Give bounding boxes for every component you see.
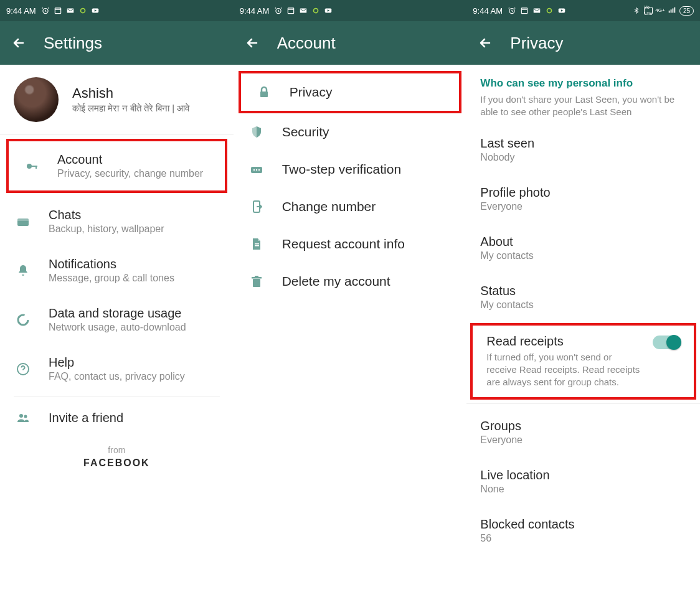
settings-item-chats[interactable]: Chats Backup, history, wallpaper bbox=[0, 197, 234, 246]
privacy-item-lastseen[interactable]: Last seen Nobody bbox=[466, 125, 700, 174]
account-item-delete[interactable]: Delete my account bbox=[234, 263, 467, 300]
help-icon bbox=[14, 362, 32, 377]
bell-icon bbox=[14, 263, 32, 278]
mail-icon bbox=[66, 6, 75, 15]
youtube-icon bbox=[91, 6, 100, 15]
pin-icon bbox=[247, 162, 266, 177]
item-description: If turned off, you won't send or receive… bbox=[486, 351, 643, 389]
account-item-twostep[interactable]: Two-step verification bbox=[234, 151, 467, 188]
privacy-item-about[interactable]: About My contacts bbox=[466, 223, 700, 273]
item-sub: Backup, history, wallpaper bbox=[49, 223, 164, 235]
bluetooth-icon bbox=[632, 6, 641, 15]
item-value: My contacts bbox=[480, 250, 686, 261]
facebook-label: FACEBOOK bbox=[0, 458, 234, 469]
privacy-panel: 9:44 AM VoLTE 4G+ 25 Privacy Who can see… bbox=[466, 0, 700, 615]
circle-icon bbox=[78, 6, 87, 15]
account-item-changenumber[interactable]: Change number bbox=[234, 188, 467, 225]
highlight-readreceipts: Read receipts If turned off, you won't s… bbox=[470, 323, 696, 400]
svg-point-5 bbox=[27, 164, 32, 169]
privacy-item-blocked[interactable]: Blocked contacts 56 bbox=[466, 506, 700, 555]
youtube-icon bbox=[557, 6, 566, 15]
svg-rect-32 bbox=[534, 9, 541, 13]
document-icon bbox=[247, 237, 266, 251]
battery-indicator: 25 bbox=[679, 6, 694, 16]
account-item-privacy[interactable]: Privacy bbox=[241, 73, 460, 111]
item-title: Account bbox=[57, 153, 203, 167]
privacy-item-readreceipts[interactable]: Read receipts If turned off, you won't s… bbox=[473, 326, 694, 398]
people-icon bbox=[14, 410, 32, 425]
settings-item-data[interactable]: Data and storage usage Network usage, au… bbox=[0, 295, 234, 344]
calendar-icon bbox=[54, 6, 62, 15]
alarm-icon bbox=[41, 6, 50, 15]
item-sub: Privacy, security, change number bbox=[57, 168, 203, 179]
avatar bbox=[14, 77, 59, 122]
svg-point-10 bbox=[18, 315, 28, 325]
settings-panel: 9:44 AM Settings Ashish कोई लमहा मेरा न … bbox=[0, 0, 234, 615]
account-item-request[interactable]: Request account info bbox=[234, 225, 467, 263]
svg-point-33 bbox=[547, 9, 552, 13]
item-value: Everyone bbox=[480, 434, 686, 446]
svg-point-21 bbox=[253, 169, 254, 171]
item-value: Nobody bbox=[480, 152, 686, 163]
page-title: Privacy bbox=[510, 34, 563, 53]
back-button[interactable] bbox=[11, 35, 26, 50]
settings-item-account[interactable]: Account Privacy, security, change number bbox=[9, 141, 225, 190]
alarm-icon bbox=[508, 6, 516, 15]
settings-item-invite[interactable]: Invite a friend bbox=[0, 399, 234, 436]
status-time: 9:44 AM bbox=[473, 6, 503, 16]
back-button[interactable] bbox=[478, 35, 493, 50]
shield-icon bbox=[247, 124, 266, 139]
svg-rect-35 bbox=[669, 11, 670, 13]
privacy-item-status[interactable]: Status My contacts bbox=[466, 273, 700, 322]
item-value: 56 bbox=[480, 533, 686, 544]
item-title: Security bbox=[282, 124, 329, 139]
status-time: 9:44 AM bbox=[240, 6, 270, 16]
calendar-icon bbox=[286, 6, 295, 15]
settings-item-notifications[interactable]: Notifications Message, group & call tone… bbox=[0, 246, 234, 295]
back-button[interactable] bbox=[245, 35, 260, 50]
svg-point-22 bbox=[255, 169, 257, 171]
settings-item-help[interactable]: Help FAQ, contact us, privacy policy bbox=[0, 344, 234, 393]
page-title: Account bbox=[277, 34, 336, 53]
svg-rect-1 bbox=[55, 8, 60, 14]
app-bar: Settings bbox=[0, 21, 234, 65]
item-title: Help bbox=[49, 355, 185, 370]
svg-rect-7 bbox=[35, 166, 37, 169]
youtube-icon bbox=[324, 6, 333, 15]
status-bar: 9:44 AM bbox=[234, 0, 467, 21]
privacy-item-groups[interactable]: Groups Everyone bbox=[466, 408, 700, 457]
svg-rect-2 bbox=[67, 9, 73, 13]
divider bbox=[14, 396, 220, 397]
item-title: Live location bbox=[480, 468, 686, 482]
svg-point-17 bbox=[314, 9, 318, 13]
circle-icon bbox=[545, 6, 554, 15]
privacy-item-profilephoto[interactable]: Profile photo Everyone bbox=[466, 174, 700, 223]
lock-icon bbox=[255, 85, 273, 100]
privacy-item-livelocation[interactable]: Live location None bbox=[466, 457, 700, 506]
item-title: Two-step verification bbox=[282, 162, 401, 177]
divider bbox=[466, 403, 700, 404]
mail-icon bbox=[532, 6, 541, 15]
network-icon: 4G+ bbox=[656, 6, 665, 15]
svg-rect-31 bbox=[521, 8, 527, 14]
profile-row[interactable]: Ashish कोई लमहा मेरा न बीते तेरे बिना | … bbox=[0, 65, 234, 135]
account-panel: 9:44 AM Account Privacy Se bbox=[234, 0, 467, 615]
read-receipts-toggle[interactable] bbox=[653, 336, 680, 349]
svg-point-3 bbox=[80, 9, 85, 13]
circle-icon bbox=[311, 6, 320, 15]
mail-icon bbox=[299, 6, 308, 15]
item-title: Notifications bbox=[49, 257, 174, 271]
svg-rect-19 bbox=[260, 92, 268, 97]
svg-rect-29 bbox=[255, 276, 258, 277]
svg-point-13 bbox=[24, 415, 27, 418]
app-bar: Account bbox=[234, 21, 467, 65]
chat-icon bbox=[14, 214, 32, 229]
highlight-account: Account Privacy, security, change number bbox=[6, 139, 227, 193]
phone-swap-icon bbox=[247, 199, 266, 214]
volte-icon: VoLTE bbox=[644, 7, 653, 14]
app-bar: Privacy bbox=[466, 21, 700, 65]
account-item-security[interactable]: Security bbox=[234, 113, 467, 151]
item-title: Data and storage usage bbox=[49, 306, 186, 321]
item-title: Request account info bbox=[282, 237, 405, 251]
status-bar: 9:44 AM VoLTE 4G+ 25 bbox=[466, 0, 700, 21]
